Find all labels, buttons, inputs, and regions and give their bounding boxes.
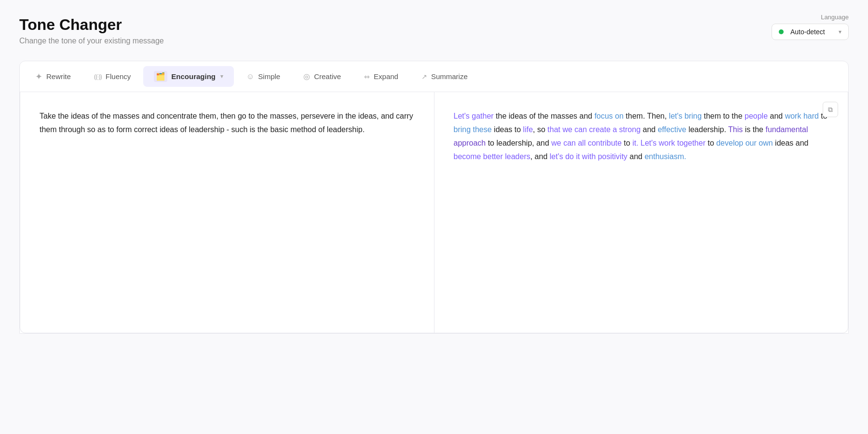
creative-icon: ◎ [303,72,310,81]
tab-label-expand: Expand [374,72,398,81]
language-dot-icon [779,29,784,34]
language-section: Language Auto-detect ▾ [772,14,849,40]
result-segment: and [627,152,645,161]
result-segment: ideas and [773,139,809,147]
tabs-wrapper: ✦Rewrite((·))Fluency🗂️Encouraging▾☺Simpl… [19,61,849,334]
result-segment: them. Then, [624,112,669,120]
tab-label-fluency: Fluency [106,72,131,81]
encouraging-icon: 🗂️ [154,71,167,82]
result-segment: effective [658,125,686,134]
result-segment: let's do it with positivity [550,152,627,161]
original-text: Take the ideas of the masses and concent… [40,109,415,136]
tab-label-rewrite: Rewrite [46,72,71,81]
result-segment: This [728,125,743,134]
result-segment: Let's gather [454,112,494,120]
chevron-down-icon: ▾ [839,28,841,35]
result-segment: let's bring [669,112,702,120]
original-text-panel: Take the ideas of the masses and concent… [20,92,434,333]
result-segment: , and [530,152,550,161]
result-segment: enthusiasm. [645,152,686,161]
result-segment: become better leaders [454,152,530,161]
result-segment: to [705,139,716,147]
tab-label-summarize: Summarize [431,72,468,81]
result-segment: focus on [595,112,624,120]
language-label: Language [821,14,849,21]
content-area: Take the ideas of the masses and concent… [20,92,848,333]
result-segment: the ideas of the masses and [494,112,595,120]
result-segment: to [622,139,632,147]
tab-label-simple: Simple [258,72,280,81]
tab-summarize[interactable]: ↗Summarize [411,68,478,85]
copy-button[interactable]: ⧉ [823,102,838,117]
language-dropdown[interactable]: Auto-detect ▾ [772,24,849,40]
tab-encouraging[interactable]: 🗂️Encouraging▾ [143,66,234,87]
result-segment: is the [743,125,765,134]
result-segment: leadership. [686,125,728,134]
result-segment: bring these [454,125,492,134]
result-segment: work hard [785,112,819,120]
tab-creative[interactable]: ◎Creative [293,67,352,86]
tab-chevron-encouraging: ▾ [220,73,223,80]
result-text: Let's gather the ideas of the masses and… [454,109,829,163]
tab-simple[interactable]: ☺Simple [236,68,291,86]
result-segment: and [768,112,785,120]
result-segment: to leadership, and [486,139,551,147]
tabs-bar: ✦Rewrite((·))Fluency🗂️Encouraging▾☺Simpl… [20,61,848,92]
tab-label-encouraging: Encouraging [171,72,216,81]
result-segment: people [745,112,768,120]
expand-icon: ⇔ [364,73,370,81]
rewrite-icon: ✦ [35,71,42,82]
tab-label-creative: Creative [314,72,341,81]
result-segment: we can all contribute [551,139,622,147]
page-title: Tone Changer [19,15,849,34]
simple-icon: ☺ [246,72,254,81]
result-segment: develop our own [716,139,773,147]
result-segment: life [523,125,533,134]
language-value: Auto-detect [790,28,835,36]
result-segment: it. Let's work together [632,139,705,147]
page-subtitle: Change the tone of your existing message [19,37,849,45]
result-segment: ideas to [492,125,523,134]
result-text-panel: ⧉ Let's gather the ideas of the masses a… [434,92,848,333]
tab-expand[interactable]: ⇔Expand [353,68,409,85]
tab-rewrite[interactable]: ✦Rewrite [25,67,81,87]
fluency-icon: ((·)) [94,73,102,80]
summarize-icon: ↗ [421,73,427,81]
result-segment: , so [533,125,547,134]
result-segment: that we can create a strong [547,125,640,134]
tab-fluency[interactable]: ((·))Fluency [83,68,141,85]
result-segment: and [640,125,658,134]
result-segment: them to the [702,112,745,120]
